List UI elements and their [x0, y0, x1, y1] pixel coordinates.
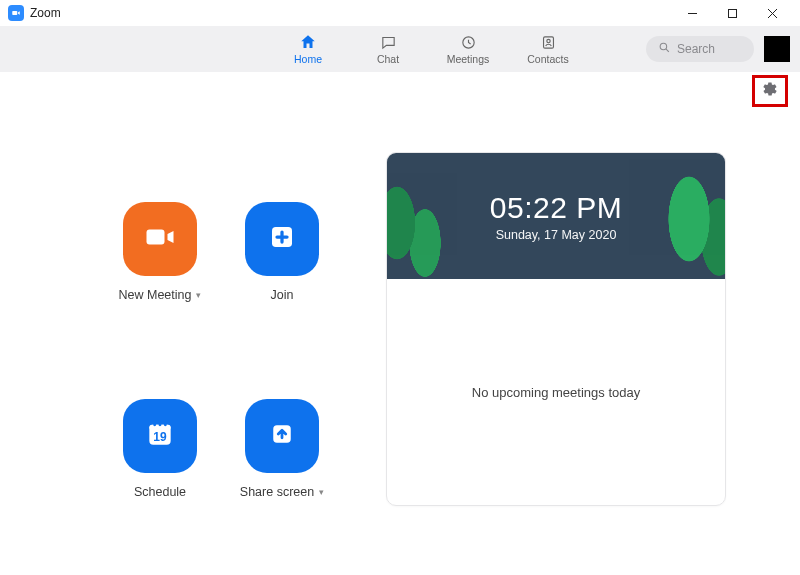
svg-point-7 — [546, 39, 549, 42]
svg-rect-2 — [728, 9, 736, 17]
search-placeholder: Search — [677, 42, 715, 56]
chevron-down-icon: ▾ — [196, 290, 201, 300]
share-up-icon — [267, 419, 297, 453]
gear-icon[interactable] — [762, 81, 778, 101]
svg-text:19: 19 — [153, 429, 167, 443]
svg-point-18 — [164, 423, 167, 426]
action-label: Join — [271, 288, 294, 302]
zoom-logo-icon — [8, 5, 24, 21]
calendar-icon: 19 — [144, 418, 176, 454]
upcoming-body: No upcoming meetings today — [387, 279, 725, 505]
search-input[interactable]: Search — [646, 36, 754, 62]
window-title: Zoom — [30, 6, 61, 20]
svg-point-16 — [153, 423, 156, 426]
svg-line-9 — [666, 49, 669, 52]
chevron-down-icon: ▾ — [319, 487, 324, 497]
schedule-button[interactable]: 19 — [123, 399, 197, 473]
tab-meetings[interactable]: Meetings — [446, 33, 490, 65]
window-maximize-button[interactable] — [712, 0, 752, 26]
svg-rect-0 — [12, 11, 17, 15]
clock-hero: 05:22 PM Sunday, 17 May 2020 — [387, 153, 725, 279]
top-navbar: Home Chat Meetings Contacts Search — [0, 26, 800, 72]
search-icon — [658, 40, 671, 58]
contacts-icon — [539, 33, 557, 51]
window-titlebar: Zoom — [0, 0, 800, 26]
tab-label: Chat — [377, 53, 399, 65]
no-meetings-text: No upcoming meetings today — [472, 385, 640, 400]
schedule-action: 19 Schedule — [100, 399, 220, 546]
current-date: Sunday, 17 May 2020 — [496, 228, 617, 242]
upcoming-card: 05:22 PM Sunday, 17 May 2020 No upcoming… — [386, 152, 726, 506]
share-screen-action: Share screen ▾ — [222, 399, 342, 546]
tab-label: Home — [294, 53, 322, 65]
tab-home[interactable]: Home — [286, 33, 330, 65]
new-meeting-action: New Meeting ▾ — [100, 202, 220, 349]
plus-icon — [267, 222, 297, 256]
window-close-button[interactable] — [752, 0, 792, 26]
chat-icon — [379, 33, 397, 51]
profile-avatar[interactable] — [764, 36, 790, 62]
settings-button-highlight — [752, 75, 788, 107]
clock-icon — [459, 33, 477, 51]
tab-label: Contacts — [527, 53, 568, 65]
current-time: 05:22 PM — [490, 191, 622, 225]
tab-chat[interactable]: Chat — [366, 33, 410, 65]
new-meeting-button[interactable] — [123, 202, 197, 276]
home-icon — [299, 33, 317, 51]
action-label: Schedule — [134, 485, 186, 499]
tab-contacts[interactable]: Contacts — [526, 33, 570, 65]
join-button[interactable] — [245, 202, 319, 276]
action-label[interactable]: Share screen ▾ — [240, 485, 324, 499]
action-grid: New Meeting ▾ Join 19 Schedule — [40, 152, 342, 545]
video-icon — [142, 219, 178, 259]
action-label[interactable]: New Meeting ▾ — [119, 288, 202, 302]
main-content: New Meeting ▾ Join 19 Schedule — [0, 72, 800, 575]
svg-point-8 — [660, 43, 667, 50]
join-action: Join — [222, 202, 342, 349]
svg-rect-10 — [147, 230, 165, 245]
tab-label: Meetings — [447, 53, 490, 65]
svg-point-17 — [159, 423, 162, 426]
share-screen-button[interactable] — [245, 399, 319, 473]
window-minimize-button[interactable] — [672, 0, 712, 26]
